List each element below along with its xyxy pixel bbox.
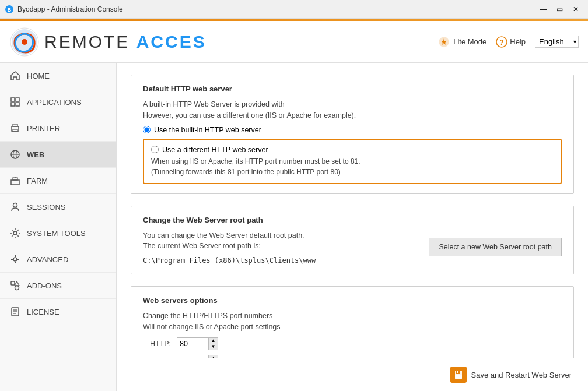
titlebar-title: Byodapp - Administration Console: [18, 5, 123, 13]
builtin-radio[interactable]: [143, 126, 150, 133]
http-server-section: Default HTTP web server A built-in HTTP …: [131, 75, 574, 194]
svg-rect-10: [11, 103, 15, 106]
different-server-note: When using IIS or Apache, its HTTP port …: [151, 156, 554, 177]
save-restart-button[interactable]: Save and Restart Web Server: [443, 363, 579, 386]
builtin-radio-option[interactable]: Use the built-in HTTP web server: [143, 126, 562, 134]
lite-mode-icon: [438, 36, 450, 48]
sidebar-item-printer[interactable]: PRINTER: [0, 115, 116, 142]
different-server-highlight: Use a different HTTP web server When usi…: [143, 139, 562, 184]
web-icon: [9, 149, 21, 160]
http-port-down-button[interactable]: ▼: [208, 344, 218, 350]
sidebar-item-add-ons[interactable]: ADD-ONS: [0, 273, 116, 299]
root-path-section: Change the Web Server root path You can …: [131, 206, 574, 275]
svg-point-22: [13, 231, 17, 235]
titlebar-info: B Byodapp - Administration Console: [5, 5, 123, 14]
root-path-info: You can change the Web Server default ro…: [143, 230, 417, 265]
applications-icon: [9, 96, 21, 108]
save-icon: [454, 370, 463, 379]
ports-section-title: Web servers options: [143, 296, 562, 305]
license-icon: [9, 306, 21, 318]
sidebar-item-home[interactable]: HOME: [0, 63, 116, 89]
svg-text:B: B: [8, 7, 12, 13]
http-section-title: Default HTTP web server: [143, 84, 562, 93]
farm-icon: [9, 175, 21, 186]
printer-icon: [9, 122, 21, 134]
logo-area: REMOTE ACCES: [9, 27, 206, 57]
svg-rect-18: [11, 180, 19, 185]
current-path: C:\Program Files (x86)\tsplus\Clients\ww…: [143, 256, 417, 265]
svg-point-21: [13, 203, 18, 207]
header-right: Lite Mode ? Help English French German S…: [438, 36, 579, 48]
header: REMOTE ACCES Lite Mode ? Help English Fr…: [0, 21, 588, 63]
help-button[interactable]: ? Help: [496, 36, 526, 48]
advanced-icon: [9, 253, 21, 265]
sidebar-item-sessions[interactable]: SESSIONS: [0, 194, 116, 220]
sidebar-item-license[interactable]: LICENSE: [0, 299, 116, 325]
http-port-up-button[interactable]: ▲: [208, 338, 218, 344]
root-path-title: Change the Web Server root path: [143, 216, 562, 224]
window-controls: ― ▭ ✕: [536, 3, 583, 15]
svg-rect-33: [455, 375, 462, 379]
sidebar-item-system-tools[interactable]: SYSTEM TOOLS: [0, 220, 116, 246]
logo-icon: [9, 27, 40, 57]
content-area: Default HTTP web server A built-in HTTP …: [117, 63, 588, 358]
http-port-label: HTTP:: [143, 340, 171, 348]
lite-mode-button[interactable]: Lite Mode: [438, 36, 487, 48]
app-icon: B: [5, 5, 14, 14]
addons-icon: [9, 280, 21, 291]
svg-rect-24: [11, 281, 15, 285]
maximize-button[interactable]: ▭: [552, 3, 567, 15]
different-radio[interactable]: [151, 146, 159, 153]
svg-point-25: [15, 286, 19, 290]
logo-text: REMOTE ACCES: [44, 32, 206, 52]
sidebar: HOME APPLICATIONS PRINTER WEB FARM: [0, 63, 117, 391]
sessions-icon: [9, 201, 21, 213]
different-radio-option[interactable]: Use a different HTTP web server: [151, 146, 554, 154]
ports-section: Web servers options Change the HTTP/HTTP…: [131, 286, 574, 358]
home-icon: [9, 70, 21, 82]
language-selector[interactable]: English French German Spanish: [535, 36, 579, 48]
system-tools-icon: [9, 227, 21, 239]
main-layout: HOME APPLICATIONS PRINTER WEB FARM: [0, 63, 588, 391]
close-button[interactable]: ✕: [568, 3, 583, 15]
save-icon-bg: [450, 367, 467, 383]
select-path-button[interactable]: Select a new Web Server root path: [429, 238, 562, 256]
sidebar-item-advanced[interactable]: ADVANCED: [0, 246, 116, 273]
help-icon: ?: [496, 36, 508, 48]
http-port-row: HTTP: ▲ ▼: [143, 337, 562, 350]
svg-rect-11: [16, 103, 19, 106]
language-select[interactable]: English French German Spanish: [535, 36, 579, 48]
svg-text:?: ?: [500, 38, 504, 46]
sidebar-item-web[interactable]: WEB: [0, 142, 116, 168]
http-port-input[interactable]: [177, 338, 208, 350]
svg-point-23: [13, 258, 17, 261]
sidebar-item-applications[interactable]: APPLICATIONS: [0, 89, 116, 115]
http-section-desc1: A built-in HTTP Web Server is provided w…: [143, 99, 562, 121]
svg-rect-9: [16, 98, 19, 101]
svg-rect-8: [11, 98, 15, 101]
svg-rect-32: [457, 371, 458, 373]
minimize-button[interactable]: ―: [536, 3, 551, 15]
footer-bar: Save and Restart Web Server: [117, 358, 588, 391]
svg-point-4: [22, 39, 27, 45]
titlebar: B Byodapp - Administration Console ― ▭ ✕: [0, 0, 588, 19]
sidebar-item-farm[interactable]: FARM: [0, 168, 116, 194]
http-port-input-group: ▲ ▼: [177, 337, 218, 350]
root-path-row: You can change the Web Server default ro…: [143, 230, 562, 265]
